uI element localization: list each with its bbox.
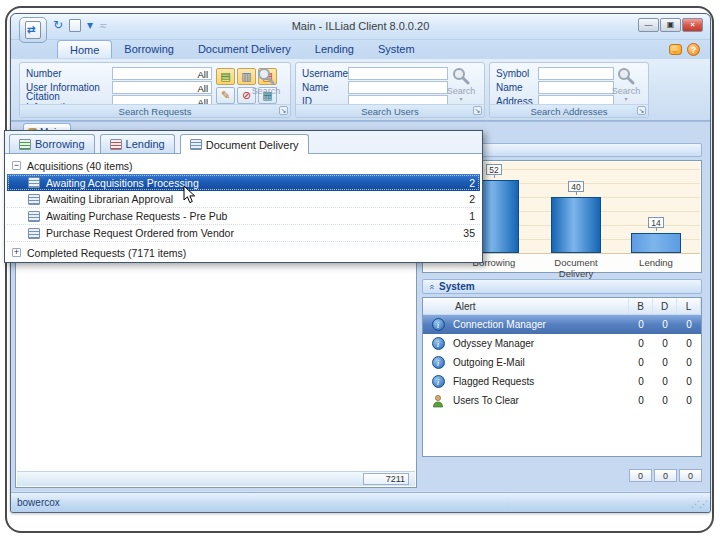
table-row[interactable]: Users To Clear 0 0 0	[423, 391, 701, 410]
tab-home[interactable]: Home	[57, 40, 112, 58]
search-label: Search	[252, 86, 281, 96]
queue-label: Awaiting Acquisitions Processing	[46, 177, 469, 189]
count-d: 0	[653, 376, 677, 387]
system-alerts-table: Alert B D L i Connection Manager 0 0 0 i…	[422, 297, 702, 457]
queue-label: Purchase Request Ordered from Vendor	[46, 227, 463, 239]
count-d: 0	[653, 357, 677, 368]
table-header-row: Alert B D L	[423, 298, 701, 315]
maximize-button[interactable]: ▣	[660, 18, 681, 32]
table-row[interactable]: i Odyssey Manager 0 0 0	[423, 334, 701, 353]
help-icon[interactable]: ?	[687, 43, 700, 56]
group-caption: Search Addresses	[490, 104, 648, 117]
queue-group-completed[interactable]: + Completed Requests (7171 items)	[7, 244, 480, 261]
total-requests-count: 7211	[363, 473, 409, 485]
field-label-number: Number	[26, 68, 112, 79]
edit-note-icon[interactable]: ✎	[216, 87, 235, 104]
address-name-input[interactable]	[538, 81, 614, 94]
queue-row[interactable]: Awaiting Purchase Requests - Pre Pub 1	[7, 208, 480, 225]
search-label: Search	[447, 86, 476, 96]
table-row[interactable]: i Flagged Requests 0 0 0	[423, 372, 701, 391]
count-l: 0	[677, 376, 701, 387]
dialog-launcher-icon[interactable]: ↘	[637, 106, 646, 115]
info-icon: i	[432, 356, 445, 369]
column-d: D	[653, 298, 677, 314]
group-search-requests: Number All User Information All Citation…	[19, 62, 291, 118]
queue-row[interactable]: Purchase Request Ordered from Vendor 35	[7, 225, 480, 242]
title-bar[interactable]: ↻ ▾ ≂ Main - ILLiad Client 8.0.0.20 — ▣ …	[11, 14, 710, 40]
tab-document-delivery[interactable]: Document Delivery	[186, 40, 303, 58]
ribbon: Number All User Information All Citation…	[11, 59, 710, 121]
queues-panel-footer: 7211	[17, 471, 415, 486]
alert-label: Connection Manager	[453, 319, 629, 330]
queue-row[interactable]: Awaiting Acquisitions Processing 2	[7, 174, 480, 191]
column-l: L	[677, 298, 701, 314]
minimize-button[interactable]: —	[638, 18, 659, 32]
tab-lending[interactable]: Lending	[303, 40, 366, 58]
popup-tab-label: Borrowing	[35, 138, 85, 150]
queue-icon	[28, 194, 40, 205]
field-label-name: Name	[302, 82, 348, 93]
illiad-logo-icon	[25, 21, 41, 39]
close-button[interactable]: ×	[682, 18, 703, 32]
count-b: 0	[629, 319, 653, 330]
collapse-chevron-icon[interactable]: «	[427, 284, 437, 289]
popup-tab-lending[interactable]: Lending	[100, 134, 175, 153]
app-window: ↻ ▾ ≂ Main - ILLiad Client 8.0.0.20 — ▣ …	[10, 13, 711, 513]
bar-document-delivery[interactable]	[551, 197, 601, 253]
queue-group-acquisitions[interactable]: − Acquisitions (40 items)	[7, 157, 480, 174]
application-menu-button[interactable]	[19, 17, 47, 43]
system-group-header[interactable]: « System	[422, 279, 702, 294]
feedback-balloon-icon[interactable]	[669, 44, 682, 55]
alert-label: Outgoing E-Mail	[453, 357, 629, 368]
tab-borrowing[interactable]: Borrowing	[112, 40, 186, 58]
dialog-launcher-icon[interactable]: ↘	[279, 106, 288, 115]
group-label: Completed Requests (7171 items)	[27, 247, 480, 259]
number-input[interactable]: All	[112, 67, 212, 80]
system-panel-footer: 0 0 0	[629, 469, 702, 482]
resize-grip[interactable]: ⋰⋰	[691, 499, 707, 509]
popup-tab-document-delivery[interactable]: Document Delivery	[180, 134, 309, 154]
popup-queue-list: − Acquisitions (40 items) Awaiting Acqui…	[5, 153, 482, 262]
queue-count: 35	[463, 227, 480, 239]
system-header-label: System	[439, 281, 475, 292]
alert-label: Odyssey Manager	[453, 338, 629, 349]
magnifier-icon	[257, 67, 275, 85]
queue-row[interactable]: Awaiting Librarian Approval 2	[7, 191, 480, 208]
users-icon	[431, 394, 445, 408]
count-l: 0	[677, 357, 701, 368]
popup-tab-borrowing[interactable]: Borrowing	[9, 134, 95, 153]
table-row[interactable]: i Outgoing E-Mail 0 0 0	[423, 353, 701, 372]
status-bar: bowercox ⋰⋰	[11, 492, 710, 512]
footer-count-b: 0	[629, 469, 652, 482]
group-caption: Search Requests	[20, 104, 290, 117]
collapse-box-icon[interactable]: −	[12, 161, 21, 170]
expand-box-icon[interactable]: +	[12, 248, 21, 257]
x-label-document-delivery: Document Delivery	[536, 257, 616, 279]
username-input[interactable]	[348, 67, 448, 80]
dialog-launcher-icon[interactable]: ↘	[473, 106, 482, 115]
group-search-users: Username Name ID Search ▾ Search Users ↘	[295, 62, 485, 118]
group-search-addresses: Symbol Name Address Search ▾ Search Addr…	[489, 62, 649, 118]
user-information-input[interactable]: All	[112, 81, 212, 94]
bar-lending[interactable]	[631, 233, 681, 253]
queue-icon	[28, 228, 40, 239]
column-alert: Alert	[423, 298, 629, 314]
search-requests-button[interactable]: Search ▾	[248, 67, 284, 109]
bar-value-label: 52	[486, 164, 502, 175]
search-addresses-button[interactable]: Search ▾	[608, 67, 644, 109]
table-row[interactable]: i Connection Manager 0 0 0	[423, 315, 701, 334]
queue-count: 2	[469, 177, 480, 189]
tab-system[interactable]: System	[366, 40, 427, 58]
search-users-button[interactable]: Search ▾	[443, 67, 479, 109]
window-controls: — ▣ ×	[638, 18, 703, 32]
count-b: 0	[629, 357, 653, 368]
symbol-input[interactable]	[538, 67, 614, 80]
search-label: Search	[612, 86, 641, 96]
info-icon: i	[432, 337, 445, 350]
add-request-icon[interactable]: ▤	[216, 68, 235, 85]
x-label-lending: Lending	[616, 257, 696, 268]
count-b: 0	[629, 395, 653, 406]
group-caption: Search Users	[296, 104, 484, 117]
user-name-input[interactable]	[348, 81, 448, 94]
alert-label: Users To Clear	[453, 395, 629, 406]
